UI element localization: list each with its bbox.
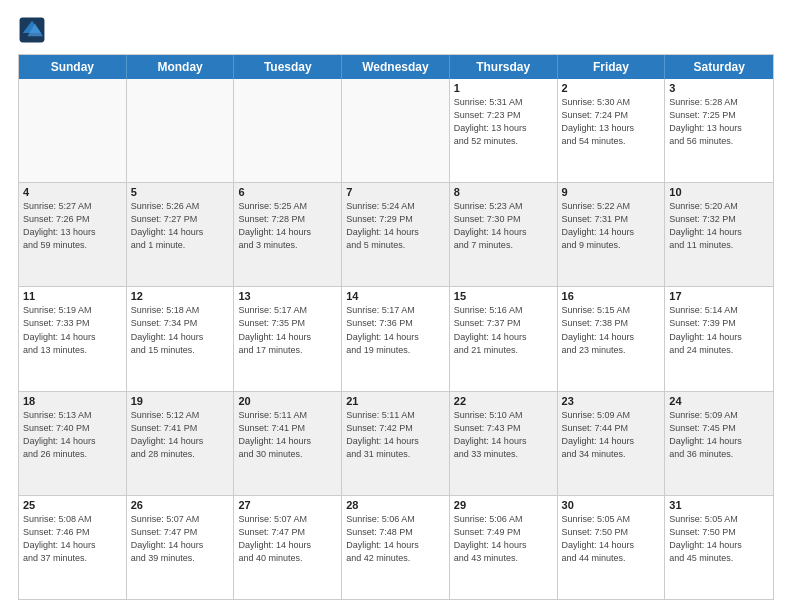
day-info: Sunrise: 5:17 AM Sunset: 7:35 PM Dayligh… [238,304,337,356]
day-cell-24: 24Sunrise: 5:09 AM Sunset: 7:45 PM Dayli… [665,392,773,495]
day-number: 15 [454,290,553,302]
day-cell-4: 4Sunrise: 5:27 AM Sunset: 7:26 PM Daylig… [19,183,127,286]
day-cell-8: 8Sunrise: 5:23 AM Sunset: 7:30 PM Daylig… [450,183,558,286]
day-cell-12: 12Sunrise: 5:18 AM Sunset: 7:34 PM Dayli… [127,287,235,390]
week-row-2: 4Sunrise: 5:27 AM Sunset: 7:26 PM Daylig… [19,182,773,286]
day-info: Sunrise: 5:26 AM Sunset: 7:27 PM Dayligh… [131,200,230,252]
day-cell-30: 30Sunrise: 5:05 AM Sunset: 7:50 PM Dayli… [558,496,666,599]
day-cell-7: 7Sunrise: 5:24 AM Sunset: 7:29 PM Daylig… [342,183,450,286]
day-cell-21: 21Sunrise: 5:11 AM Sunset: 7:42 PM Dayli… [342,392,450,495]
header-day-tuesday: Tuesday [234,55,342,79]
day-number: 10 [669,186,769,198]
day-info: Sunrise: 5:19 AM Sunset: 7:33 PM Dayligh… [23,304,122,356]
day-number: 6 [238,186,337,198]
day-cell-19: 19Sunrise: 5:12 AM Sunset: 7:41 PM Dayli… [127,392,235,495]
day-info: Sunrise: 5:20 AM Sunset: 7:32 PM Dayligh… [669,200,769,252]
day-cell-28: 28Sunrise: 5:06 AM Sunset: 7:48 PM Dayli… [342,496,450,599]
day-cell-17: 17Sunrise: 5:14 AM Sunset: 7:39 PM Dayli… [665,287,773,390]
day-info: Sunrise: 5:10 AM Sunset: 7:43 PM Dayligh… [454,409,553,461]
day-info: Sunrise: 5:14 AM Sunset: 7:39 PM Dayligh… [669,304,769,356]
empty-cell [234,79,342,182]
day-info: Sunrise: 5:13 AM Sunset: 7:40 PM Dayligh… [23,409,122,461]
day-number: 13 [238,290,337,302]
day-cell-11: 11Sunrise: 5:19 AM Sunset: 7:33 PM Dayli… [19,287,127,390]
day-number: 18 [23,395,122,407]
day-info: Sunrise: 5:11 AM Sunset: 7:42 PM Dayligh… [346,409,445,461]
day-cell-31: 31Sunrise: 5:05 AM Sunset: 7:50 PM Dayli… [665,496,773,599]
day-number: 25 [23,499,122,511]
day-cell-18: 18Sunrise: 5:13 AM Sunset: 7:40 PM Dayli… [19,392,127,495]
header-day-sunday: Sunday [19,55,127,79]
day-number: 12 [131,290,230,302]
day-cell-10: 10Sunrise: 5:20 AM Sunset: 7:32 PM Dayli… [665,183,773,286]
day-number: 2 [562,82,661,94]
calendar-header: SundayMondayTuesdayWednesdayThursdayFrid… [19,55,773,79]
day-cell-29: 29Sunrise: 5:06 AM Sunset: 7:49 PM Dayli… [450,496,558,599]
day-number: 5 [131,186,230,198]
logo [18,16,50,44]
header-day-friday: Friday [558,55,666,79]
day-info: Sunrise: 5:11 AM Sunset: 7:41 PM Dayligh… [238,409,337,461]
week-row-1: 1Sunrise: 5:31 AM Sunset: 7:23 PM Daylig… [19,79,773,182]
day-number: 14 [346,290,445,302]
calendar: SundayMondayTuesdayWednesdayThursdayFrid… [18,54,774,600]
day-info: Sunrise: 5:09 AM Sunset: 7:45 PM Dayligh… [669,409,769,461]
day-info: Sunrise: 5:30 AM Sunset: 7:24 PM Dayligh… [562,96,661,148]
day-number: 16 [562,290,661,302]
calendar-body: 1Sunrise: 5:31 AM Sunset: 7:23 PM Daylig… [19,79,773,599]
day-info: Sunrise: 5:07 AM Sunset: 7:47 PM Dayligh… [131,513,230,565]
day-number: 28 [346,499,445,511]
day-info: Sunrise: 5:05 AM Sunset: 7:50 PM Dayligh… [669,513,769,565]
page: SundayMondayTuesdayWednesdayThursdayFrid… [0,0,792,612]
day-cell-6: 6Sunrise: 5:25 AM Sunset: 7:28 PM Daylig… [234,183,342,286]
day-cell-5: 5Sunrise: 5:26 AM Sunset: 7:27 PM Daylig… [127,183,235,286]
day-cell-15: 15Sunrise: 5:16 AM Sunset: 7:37 PM Dayli… [450,287,558,390]
day-number: 11 [23,290,122,302]
header-day-monday: Monday [127,55,235,79]
day-cell-25: 25Sunrise: 5:08 AM Sunset: 7:46 PM Dayli… [19,496,127,599]
day-info: Sunrise: 5:12 AM Sunset: 7:41 PM Dayligh… [131,409,230,461]
day-number: 9 [562,186,661,198]
day-info: Sunrise: 5:08 AM Sunset: 7:46 PM Dayligh… [23,513,122,565]
day-number: 1 [454,82,553,94]
week-row-5: 25Sunrise: 5:08 AM Sunset: 7:46 PM Dayli… [19,495,773,599]
day-number: 21 [346,395,445,407]
day-cell-2: 2Sunrise: 5:30 AM Sunset: 7:24 PM Daylig… [558,79,666,182]
day-number: 8 [454,186,553,198]
empty-cell [127,79,235,182]
day-info: Sunrise: 5:15 AM Sunset: 7:38 PM Dayligh… [562,304,661,356]
day-info: Sunrise: 5:17 AM Sunset: 7:36 PM Dayligh… [346,304,445,356]
day-info: Sunrise: 5:24 AM Sunset: 7:29 PM Dayligh… [346,200,445,252]
empty-cell [19,79,127,182]
day-number: 31 [669,499,769,511]
day-info: Sunrise: 5:06 AM Sunset: 7:48 PM Dayligh… [346,513,445,565]
day-number: 4 [23,186,122,198]
day-number: 27 [238,499,337,511]
day-number: 29 [454,499,553,511]
day-number: 30 [562,499,661,511]
day-number: 22 [454,395,553,407]
day-info: Sunrise: 5:18 AM Sunset: 7:34 PM Dayligh… [131,304,230,356]
logo-icon [18,16,46,44]
day-info: Sunrise: 5:16 AM Sunset: 7:37 PM Dayligh… [454,304,553,356]
day-number: 23 [562,395,661,407]
header-day-thursday: Thursday [450,55,558,79]
day-cell-16: 16Sunrise: 5:15 AM Sunset: 7:38 PM Dayli… [558,287,666,390]
week-row-3: 11Sunrise: 5:19 AM Sunset: 7:33 PM Dayli… [19,286,773,390]
day-info: Sunrise: 5:07 AM Sunset: 7:47 PM Dayligh… [238,513,337,565]
day-cell-22: 22Sunrise: 5:10 AM Sunset: 7:43 PM Dayli… [450,392,558,495]
header-day-wednesday: Wednesday [342,55,450,79]
day-cell-14: 14Sunrise: 5:17 AM Sunset: 7:36 PM Dayli… [342,287,450,390]
day-number: 3 [669,82,769,94]
empty-cell [342,79,450,182]
day-number: 7 [346,186,445,198]
day-info: Sunrise: 5:27 AM Sunset: 7:26 PM Dayligh… [23,200,122,252]
day-cell-1: 1Sunrise: 5:31 AM Sunset: 7:23 PM Daylig… [450,79,558,182]
day-info: Sunrise: 5:25 AM Sunset: 7:28 PM Dayligh… [238,200,337,252]
day-info: Sunrise: 5:23 AM Sunset: 7:30 PM Dayligh… [454,200,553,252]
day-number: 24 [669,395,769,407]
day-number: 17 [669,290,769,302]
day-info: Sunrise: 5:06 AM Sunset: 7:49 PM Dayligh… [454,513,553,565]
day-number: 26 [131,499,230,511]
day-cell-23: 23Sunrise: 5:09 AM Sunset: 7:44 PM Dayli… [558,392,666,495]
